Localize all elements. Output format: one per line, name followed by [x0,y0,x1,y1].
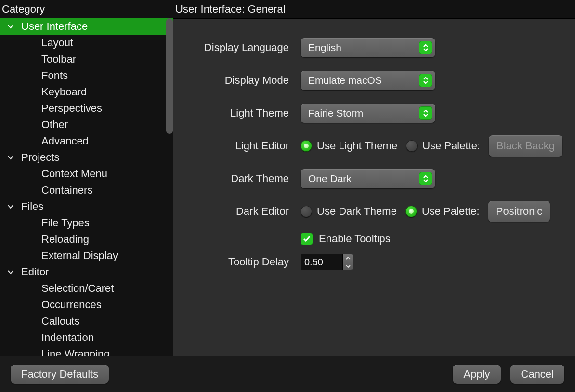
radio-dark-use-palette-label: Use Palette: [422,205,480,218]
sidebar-scrollbar-thumb[interactable] [166,18,173,134]
select-display-language-value: English [308,42,341,53]
radio-light-use-theme-label: Use Light Theme [317,140,397,152]
tree-item[interactable]: Perspectives [0,100,173,117]
tree-item-label: Line Wrapping [41,348,109,356]
tooltip-delay-step-down[interactable] [343,262,353,270]
cancel-button[interactable]: Cancel [510,365,564,384]
tree-item[interactable]: Selection/Caret [0,280,173,297]
tree-item[interactable]: Callouts [0,313,173,329]
stepper-icon [419,172,432,185]
tree-item-label: File Types [41,217,90,229]
tree-group-label: Projects [17,151,59,164]
tree-item[interactable]: Indentation [0,329,173,346]
select-display-language[interactable]: English [301,38,435,57]
tree-group[interactable]: Files [0,198,173,215]
tree-item[interactable]: File Types [0,215,173,231]
label-light-editor: Light Editor [182,140,289,152]
tree-item[interactable]: Containers [0,182,173,198]
button-dark-palette-label: Positronic [496,205,543,218]
tooltip-delay-step-up[interactable] [343,254,353,262]
check-icon [301,233,313,245]
label-tooltip-delay: Tooltip Delay [182,256,289,268]
tree-item[interactable]: Toolbar [0,51,173,67]
tooltip-delay-field [301,254,353,270]
tree-item-label: Context Menu [41,168,107,180]
apply-button[interactable]: Apply [453,365,500,384]
tree-item[interactable]: Layout [0,35,173,51]
select-light-theme[interactable]: Fairie Storm [301,104,435,123]
button-light-palette-label: Black Backg [497,140,555,152]
tree-item-label: Toolbar [41,53,76,65]
tree-item[interactable]: Keyboard [0,84,173,100]
tree-item-label: Layout [41,37,73,49]
tree-item-label: Indentation [41,331,94,344]
tree-item-label: Callouts [41,315,79,327]
label-dark-theme: Dark Theme [182,172,289,185]
stepper-icon [419,106,432,120]
label-light-theme: Light Theme [182,107,289,119]
tree-item-label: Fonts [41,69,68,82]
button-light-palette[interactable]: Black Backg [489,135,562,157]
checkbox-enable-tooltips[interactable]: Enable Tooltips [301,233,391,245]
tree-item[interactable]: Other [0,117,173,133]
radio-light-use-palette-label: Use Palette: [422,140,480,152]
checkbox-enable-tooltips-label: Enable Tooltips [319,233,391,245]
tree-item-label: Containers [41,184,92,196]
select-dark-theme-value: One Dark [308,173,352,184]
tree-group[interactable]: Editor [0,264,173,280]
stepper-icon [419,41,432,54]
tree-item[interactable]: Advanced [0,133,173,149]
chevron-down-icon [4,23,17,30]
select-light-theme-value: Fairie Storm [308,107,363,119]
tree-item-label: Selection/Caret [41,282,114,295]
tree-group[interactable]: Projects [0,149,173,166]
chevron-down-icon [4,203,17,210]
tree-item-label: Occurrences [41,299,102,311]
tree-item-label: Reloading [41,233,89,246]
sidebar: Category User InterfaceLayoutToolbarFont… [0,0,173,356]
button-dark-palette[interactable]: Positronic [488,201,550,222]
tree-item[interactable]: Occurrences [0,297,173,313]
tree-item[interactable]: Fonts [0,67,173,84]
tree-item-label: Advanced [41,135,89,147]
tree-group-label: User Interface [17,20,88,33]
tree-group-label: Files [17,200,43,213]
radio-dark-use-palette[interactable]: Use Palette: [405,205,480,218]
tree-item[interactable]: Context Menu [0,166,173,182]
radio-dark-use-theme-label: Use Dark Theme [317,205,397,218]
label-display-mode: Display Mode [182,74,289,87]
tree-item-label: Keyboard [41,86,87,98]
radio-dark-use-theme[interactable]: Use Dark Theme [301,205,397,218]
factory-defaults-button[interactable]: Factory Defaults [11,365,109,384]
content-title: User Interface: General [173,0,575,19]
content-pane: User Interface: General Display Language… [173,0,575,356]
sidebar-header: Category [0,0,173,18]
tooltip-delay-input[interactable] [301,254,343,270]
select-dark-theme[interactable]: One Dark [301,169,435,188]
select-display-mode-value: Emulate macOS [308,75,382,86]
tree-item-label: Perspectives [41,102,102,115]
tree-item-label: External Display [41,249,118,262]
radio-light-use-palette[interactable]: Use Palette: [406,140,480,152]
radio-light-use-theme[interactable]: Use Light Theme [301,140,397,152]
tree-item[interactable]: Reloading [0,231,173,248]
label-dark-editor: Dark Editor [182,205,289,218]
label-display-language: Display Language [182,41,289,54]
chevron-down-icon [4,269,17,275]
chevron-down-icon [4,154,17,161]
tree-item-label: Other [41,118,68,131]
footer: Factory Defaults Apply Cancel [0,356,575,392]
tree-item[interactable]: Line Wrapping [0,346,173,356]
stepper-icon [419,74,432,87]
tree-group-label: Editor [17,266,49,278]
tree-group[interactable]: User Interface [0,18,173,35]
tree-item[interactable]: External Display [0,248,173,264]
select-display-mode[interactable]: Emulate macOS [301,71,435,90]
